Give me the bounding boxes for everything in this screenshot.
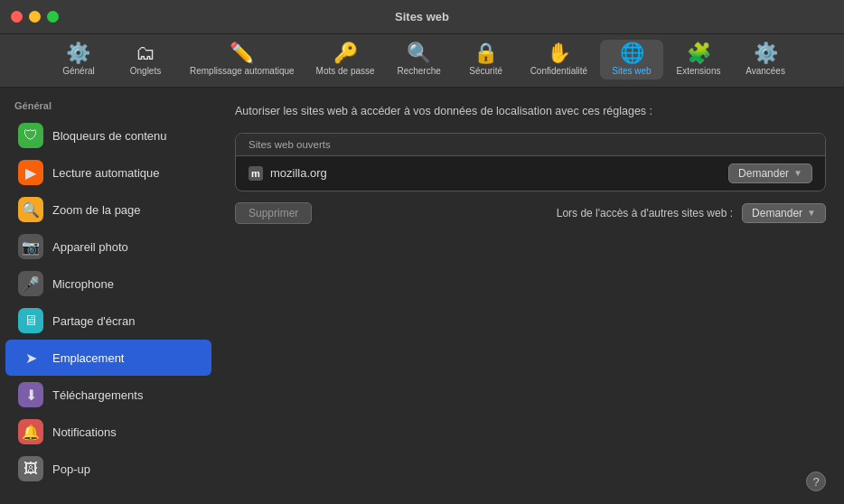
default-action-label: Demander [752,207,802,219]
toolbar-label-sites-web: Sites web [612,66,651,76]
sites-table-header: Sites web ouverts [236,134,825,156]
sites-table: Sites web ouverts m mozilla.org Demander… [235,133,826,191]
content-area: Autoriser les sites web à accéder à vos … [217,88,844,501]
sidebar-label-notifications: Notifications [52,425,117,439]
toolbar-item-securite[interactable]: 🔒 Sécurité [455,40,518,79]
toolbar-label-general: Général [62,66,95,76]
minimize-button[interactable] [29,11,41,23]
notifications-icon: 🔔 [18,419,43,444]
toolbar: ⚙️ Général 🗂 Onglets ✏️ Remplissage auto… [0,34,844,88]
zoom-icon: 🔍 [18,197,43,222]
close-button[interactable] [11,11,23,23]
onglets-icon: 🗂 [136,43,155,63]
toolbar-item-mots-de-passe[interactable]: 🔑 Mots de passe [307,40,384,79]
telechargements-icon: ⬇ [18,382,43,407]
sidebar-item-lecture[interactable]: ▶ Lecture automatique [5,154,211,191]
titlebar-buttons [11,11,59,23]
bloqueurs-icon: 🛡 [18,123,43,148]
content-bottom: Supprimer Lors de l'accès à d'autres sit… [235,202,826,224]
sidebar-label-emplacement: Emplacement [52,351,124,365]
confidentialite-icon: ✋ [547,43,571,63]
sidebar-label-popup: Pop-up [52,462,90,476]
table-row: m mozilla.org Demander ▼ [236,156,825,191]
general-icon: ⚙️ [66,43,90,63]
help-button[interactable]: ? [806,471,826,491]
extensions-icon: 🧩 [687,43,711,63]
toolbar-item-general[interactable]: ⚙️ Général [47,40,110,79]
window-title: Sites web [395,10,449,23]
microphone-icon: 🎤 [18,271,43,296]
sidebar-item-bloqueurs[interactable]: 🛡 Bloqueurs de contenu [5,117,211,154]
sidebar-item-notifications[interactable]: 🔔 Notifications [5,414,211,450]
partage-ecran-icon: 🖥 [18,308,43,333]
toolbar-label-recherche: Recherche [397,66,440,76]
toolbar-label-extensions: Extensions [677,66,721,76]
maximize-button[interactable] [47,11,59,23]
toolbar-label-remplissage: Remplissage automatique [190,66,295,76]
site-action-label: Demander [738,167,789,180]
toolbar-label-confidentialite: Confidentialité [530,66,587,76]
sidebar-label-partage-ecran: Partage d'écran [52,314,135,328]
sidebar-label-appareil-photo: Appareil photo [52,240,128,254]
appareil-photo-icon: 📷 [18,234,43,259]
sidebar-section-label: Général [0,97,217,117]
titlebar: Sites web [0,0,844,34]
chevron-down-icon: ▼ [793,168,802,178]
default-action-dropdown[interactable]: Demander ▼ [742,203,826,223]
sidebar-item-microphone[interactable]: 🎤 Microphone [5,266,211,302]
site-url: mozilla.org [270,166,327,180]
toolbar-item-extensions[interactable]: 🧩 Extensions [667,40,730,79]
toolbar-label-mots-de-passe: Mots de passe [316,66,375,76]
toolbar-item-sites-web[interactable]: 🌐 Sites web [600,40,663,79]
site-action-dropdown[interactable]: Demander ▼ [728,163,812,183]
sidebar-label-telechargements: Téléchargements [52,388,143,402]
sidebar-label-lecture: Lecture automatique [52,166,160,180]
sidebar-item-partage-ecran[interactable]: 🖥 Partage d'écran [5,303,211,339]
sidebar-item-telechargements[interactable]: ⬇ Téléchargements [5,377,211,413]
sidebar-item-popup[interactable]: 🖼 Pop-up [5,451,211,487]
securite-icon: 🔒 [474,43,498,63]
recherche-icon: 🔍 [407,43,431,63]
sites-web-icon: 🌐 [620,43,644,63]
main-area: Général 🛡 Bloqueurs de contenu ▶ Lecture… [0,88,844,501]
sidebar-item-emplacement[interactable]: ➤ Emplacement [5,340,211,376]
sidebar-item-zoom[interactable]: 🔍 Zoom de la page [5,191,211,228]
toolbar-label-onglets: Onglets [130,66,161,76]
toolbar-item-onglets[interactable]: 🗂 Onglets [114,40,177,79]
toolbar-label-securite: Sécurité [469,66,502,76]
chevron-down-icon-2: ▼ [807,208,816,218]
toolbar-item-avancees[interactable]: ⚙️ Avancées [734,40,797,79]
sidebar-label-zoom: Zoom de la page [52,203,141,217]
sidebar-label-microphone: Microphone [52,277,114,291]
site-info: m mozilla.org [249,166,327,181]
toolbar-item-remplissage[interactable]: ✏️ Remplissage automatique [181,40,304,79]
popup-icon: 🖼 [18,456,43,481]
site-favicon: m [249,166,263,181]
delete-button[interactable]: Supprimer [235,202,312,224]
toolbar-label-avancees: Avancées [746,66,785,76]
help-button-container: ? [806,471,826,491]
default-label: Lors de l'accès à d'autres sites web : [557,207,733,219]
lecture-icon: ▶ [18,160,43,185]
content-description: Autoriser les sites web à accéder à vos … [235,104,826,120]
toolbar-item-recherche[interactable]: 🔍 Recherche [388,40,451,79]
sidebar-label-bloqueurs: Bloqueurs de contenu [52,129,166,143]
emplacement-icon: ➤ [18,345,43,370]
default-action-row: Lors de l'accès à d'autres sites web : D… [557,203,826,223]
avancees-icon: ⚙️ [754,43,778,63]
sidebar: Général 🛡 Bloqueurs de contenu ▶ Lecture… [0,88,217,501]
toolbar-item-confidentialite[interactable]: ✋ Confidentialité [521,40,596,79]
sidebar-item-appareil-photo[interactable]: 📷 Appareil photo [5,229,211,265]
mots-de-passe-icon: 🔑 [333,43,358,63]
remplissage-icon: ✏️ [230,43,254,63]
